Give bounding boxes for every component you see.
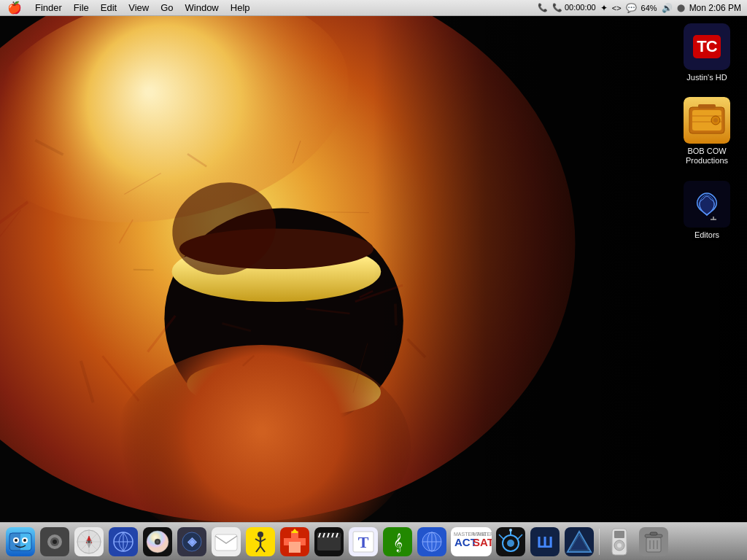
menu-edit[interactable]: Edit (95, 0, 123, 16)
svg-rect-5 (698, 104, 716, 109)
dock-music[interactable]: 𝄞 (382, 526, 414, 558)
menubar-left: 🍎 Finder File Edit View Go Window Help (0, 0, 256, 16)
menu-view[interactable]: View (123, 0, 155, 16)
svg-point-7 (713, 118, 718, 122)
dock-act-sat[interactable]: ACT SAT MASTER THE MASTER THE (450, 526, 492, 558)
dock-church-app[interactable] (279, 526, 311, 558)
call-timer: 📞 00:00:00 (552, 3, 596, 12)
svg-point-77 (509, 529, 512, 532)
editors-label: Editors (694, 230, 719, 240)
wifi-icon: ⬤ (677, 4, 685, 12)
svg-point-33 (156, 540, 159, 543)
dock: ◈ (0, 522, 747, 560)
dock-blender[interactable] (495, 526, 527, 558)
svg-text:SAT: SAT (473, 536, 492, 548)
dock-divider (599, 529, 600, 555)
svg-point-86 (617, 543, 622, 548)
dock-mail[interactable] (210, 526, 242, 558)
svg-rect-38 (215, 534, 237, 551)
svg-text:Ш: Ш (537, 533, 553, 551)
svg-text:MASTER THE: MASTER THE (473, 532, 492, 537)
menubar-right: 📞 📞 00:00:00 ✦ <> 💬 64% 🔊 ⬤ Mon 2:06 PM (538, 3, 747, 13)
menu-file[interactable]: File (68, 0, 95, 16)
desktop-icon-justins-hd[interactable]: T C Justin's HD (674, 23, 740, 82)
dock-network[interactable] (107, 526, 139, 558)
justins-hd-label: Justin's HD (686, 73, 727, 82)
dock-safari[interactable] (73, 526, 105, 558)
svg-rect-49 (289, 542, 301, 553)
apple-menu[interactable]: 🍎 (0, 1, 29, 15)
message-icon[interactable]: 💬 (626, 3, 637, 13)
svg-point-40 (258, 532, 263, 537)
svg-text:𝄞: 𝄞 (393, 533, 403, 553)
dock-finder[interactable] (4, 526, 36, 558)
desktop: T C Justin's HD (0, 16, 747, 522)
menu-window[interactable]: Window (179, 0, 225, 16)
svg-text:◈: ◈ (187, 535, 198, 548)
dock-triangle-app[interactable] (563, 526, 595, 558)
desktop-icon-editors[interactable]: Editors (674, 181, 740, 240)
svg-point-75 (507, 540, 514, 547)
code-icon[interactable]: <> (612, 4, 622, 12)
svg-point-15 (23, 539, 26, 542)
svg-text:T: T (358, 533, 369, 551)
datetime-display: Mon 2:06 PM (689, 3, 741, 13)
dock-widget[interactable]: ◈ (176, 526, 208, 558)
bobcow-label: BOB COW Productions (674, 147, 740, 166)
dock-final-cut[interactable] (313, 526, 345, 558)
dock-ipod[interactable] (603, 526, 635, 558)
desktop-icons: T C Justin's HD (674, 23, 740, 240)
dock-uu-app[interactable]: Ш (529, 526, 561, 558)
dock-running-man[interactable] (244, 526, 276, 558)
dock-browser[interactable] (416, 526, 448, 558)
svg-point-19 (53, 540, 57, 544)
battery-status: 64% (641, 4, 657, 12)
svg-rect-84 (614, 531, 624, 538)
svg-rect-90 (650, 532, 657, 535)
phone-icon: 📞 (538, 3, 548, 12)
menu-finder[interactable]: Finder (29, 0, 68, 16)
menu-help[interactable]: Help (225, 0, 256, 16)
menu-go[interactable]: Go (155, 0, 179, 16)
bluetooth-icon[interactable]: ✦ (600, 3, 608, 13)
volume-icon[interactable]: 🔊 (662, 3, 673, 13)
dock-textedit[interactable]: T (347, 526, 379, 558)
dock-itunes[interactable] (142, 526, 174, 558)
svg-point-25 (88, 540, 90, 543)
menubar: 🍎 Finder File Edit View Go Window Help 📞… (0, 0, 747, 16)
desktop-icon-bobcow[interactable]: BOB COW Productions (674, 97, 740, 166)
wallpaper (0, 16, 747, 522)
dock-trash[interactable] (638, 526, 670, 558)
dock-system-prefs[interactable] (39, 526, 71, 558)
svg-point-14 (15, 539, 18, 542)
